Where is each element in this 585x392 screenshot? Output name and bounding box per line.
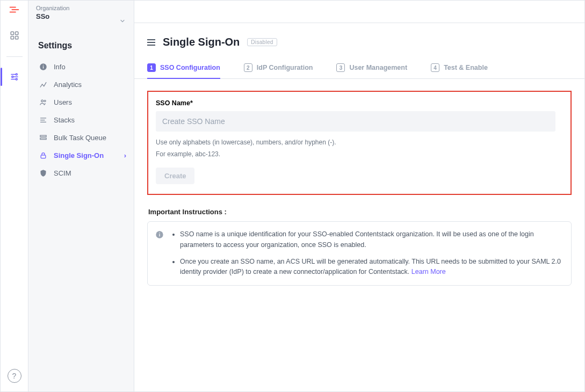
- top-bar: [134, 1, 584, 23]
- sidebar-item-label: Info: [54, 63, 66, 71]
- queue-icon: [38, 134, 48, 142]
- step-number: 2: [244, 63, 252, 72]
- svg-rect-0: [11, 32, 13, 34]
- step-label: IdP Configuration: [257, 64, 313, 71]
- org-switcher[interactable]: Organization SSo: [28, 5, 134, 26]
- help-icon[interactable]: ?: [8, 369, 21, 383]
- svg-rect-8: [42, 66, 43, 68]
- chevron-down-icon: [120, 18, 125, 24]
- analytics-icon: [38, 81, 48, 89]
- status-badge: Disabled: [247, 38, 277, 46]
- instruction-item: Once you create an SSO name, an ACS URL …: [180, 257, 561, 278]
- step-number: 1: [147, 63, 156, 72]
- sso-config-form: SSO Name* Use only alphabets (in lowerca…: [147, 91, 572, 195]
- sidebar-header: Settings: [28, 26, 134, 58]
- instructions-card: SSO name is a unique identification for …: [147, 221, 572, 286]
- svg-rect-1: [15, 32, 18, 34]
- sidebar-nav: Info Analytics Users Stacks Bulk Task Qu…: [28, 58, 134, 182]
- step-label: Test & Enable: [444, 64, 488, 71]
- step-number: 4: [431, 63, 439, 72]
- instruction-item: SSO name is a unique identification for …: [180, 229, 561, 250]
- lock-icon: [38, 151, 48, 159]
- dashboard-icon[interactable]: [6, 27, 23, 43]
- step-label: User Management: [349, 64, 407, 71]
- info-icon: [38, 63, 48, 71]
- step-tabs: 1 SSO Configuration 2 IdP Configuration …: [134, 58, 584, 79]
- sso-name-label: SSO Name*: [156, 99, 555, 107]
- menu-icon[interactable]: [147, 39, 155, 46]
- users-icon: [38, 98, 48, 106]
- sidebar-item-label: Stacks: [54, 116, 75, 124]
- app-rail: ?: [1, 1, 28, 391]
- sidebar-item-scim[interactable]: SCIM: [28, 164, 134, 182]
- settings-icon[interactable]: [6, 69, 23, 85]
- svg-point-4: [16, 74, 17, 75]
- main-area: Single Sign-On Disabled 1 SSO Configurat…: [134, 1, 584, 391]
- shield-icon: [38, 169, 48, 177]
- step-sso-configuration[interactable]: 1 SSO Configuration: [147, 58, 220, 78]
- learn-more-link[interactable]: Learn More: [411, 268, 446, 275]
- step-number: 3: [336, 63, 345, 72]
- org-label: Organization: [36, 5, 126, 11]
- svg-point-11: [44, 100, 46, 102]
- page-title: Single Sign-On: [163, 36, 240, 48]
- svg-rect-16: [159, 234, 160, 237]
- sidebar-item-analytics[interactable]: Analytics: [28, 76, 134, 93]
- sidebar-item-stacks[interactable]: Stacks: [28, 111, 134, 129]
- svg-point-5: [11, 76, 13, 78]
- svg-point-10: [41, 100, 43, 102]
- chevron-right-icon: ›: [124, 151, 126, 159]
- step-label: SSO Configuration: [160, 64, 220, 71]
- sidebar-item-label: Analytics: [54, 81, 82, 89]
- step-test-enable[interactable]: 4 Test & Enable: [431, 58, 488, 78]
- instructions-title: Important Instructions :: [148, 208, 572, 216]
- sidebar-item-label: Bulk Task Queue: [54, 134, 106, 142]
- sso-name-input[interactable]: [156, 111, 555, 132]
- org-name: SSo: [36, 12, 126, 20]
- svg-rect-14: [41, 155, 46, 158]
- svg-point-6: [16, 78, 17, 80]
- svg-rect-12: [40, 135, 46, 137]
- create-button[interactable]: Create: [156, 168, 194, 184]
- step-idp-configuration[interactable]: 2 IdP Configuration: [244, 58, 313, 78]
- step-user-management[interactable]: 3 User Management: [336, 58, 407, 78]
- sidebar-item-users[interactable]: Users: [28, 93, 134, 111]
- sso-name-hint: Use only alphabets (in lowercase), numbe…: [156, 137, 555, 160]
- sidebar-item-info[interactable]: Info: [28, 58, 134, 76]
- svg-rect-3: [15, 37, 18, 39]
- info-icon: [155, 230, 164, 278]
- rail-divider: [6, 56, 23, 57]
- svg-rect-2: [11, 37, 13, 39]
- sidebar-item-single-sign-on[interactable]: Single Sign-On ›: [28, 147, 134, 164]
- sidebar-item-bulk-task-queue[interactable]: Bulk Task Queue: [28, 129, 134, 147]
- svg-rect-13: [40, 138, 46, 140]
- sidebar-item-label: Users: [54, 98, 72, 106]
- brand-logo-icon: [9, 4, 20, 16]
- sidebar-item-label: SCIM: [54, 169, 71, 177]
- sidebar: Organization SSo Settings Info Analytics…: [28, 1, 134, 391]
- stacks-icon: [38, 116, 48, 124]
- svg-rect-17: [159, 233, 160, 233]
- svg-rect-9: [42, 65, 43, 66]
- sidebar-item-label: Single Sign-On: [54, 151, 104, 159]
